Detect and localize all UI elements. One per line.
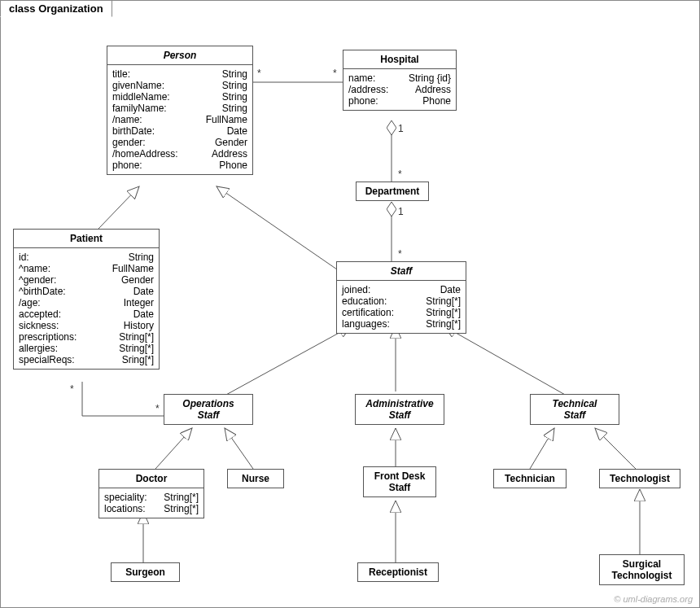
class-surgical-technologist-title: SurgicalTechnologist — [600, 555, 684, 584]
svg-line-8 — [155, 428, 192, 469]
class-technical-staff: TechnicalStaff — [530, 394, 619, 425]
class-technologist: Technologist — [599, 469, 680, 488]
class-department-title: Department — [357, 182, 428, 200]
class-person-title: Person — [107, 46, 252, 65]
attribute-row: languages:String[*] — [342, 318, 461, 330]
attribute-row: familyName:String — [112, 103, 247, 114]
class-doctor-body: speciality:String[*]locations:String[*] — [99, 488, 203, 518]
diagram-frame: class Organization — [0, 0, 700, 608]
attribute-row: sickness:History — [19, 320, 154, 331]
class-frontdesk-staff: Front DeskStaff — [363, 466, 436, 497]
frame-title-tab: class Organization — [0, 0, 112, 17]
class-receptionist-title: Receptionist — [358, 563, 438, 581]
mult-person-hospital-right: * — [333, 68, 337, 79]
class-surgeon-title: Surgeon — [112, 563, 179, 581]
attribute-row: phone:Phone — [112, 160, 247, 171]
class-person: Person title:StringgivenName:Stringmiddl… — [107, 46, 253, 175]
class-department: Department — [356, 182, 429, 201]
attribute-row: specialReqs:Sring[*] — [19, 354, 154, 365]
class-nurse-title: Nurse — [228, 470, 283, 488]
svg-line-3 — [98, 186, 139, 229]
attribute-row: prescriptions:String[*] — [19, 331, 154, 343]
class-operations-staff-title: OperationsStaff — [164, 395, 252, 424]
attribute-row: locations:String[*] — [104, 503, 199, 514]
class-surgical-technologist: SurgicalTechnologist — [599, 554, 685, 585]
class-staff-title: Staff — [337, 262, 466, 281]
mult-hosp-dept-star: * — [398, 168, 402, 180]
attribute-row: allergies:String[*] — [19, 343, 154, 354]
attribute-row: accepted:Date — [19, 308, 154, 320]
copyright-text: © uml-diagrams.org — [614, 594, 693, 604]
mult-hosp-dept-1: 1 — [398, 123, 404, 134]
class-technical-staff-title: TechnicalStaff — [531, 395, 619, 424]
attribute-row: education:String[*] — [342, 295, 461, 307]
class-person-body: title:StringgivenName:StringmiddleName:S… — [107, 65, 252, 174]
svg-line-5 — [225, 326, 351, 396]
attribute-row: ^birthDate:Date — [19, 286, 154, 297]
attribute-row: phone:Phone — [348, 95, 451, 107]
attribute-row: speciality:String[*] — [104, 492, 199, 503]
svg-line-12 — [595, 428, 636, 469]
class-admin-staff-title: AdministrativeStaff — [356, 395, 444, 424]
mult-person-hospital-left: * — [257, 68, 261, 79]
svg-line-7 — [444, 326, 567, 396]
class-staff: Staff joined:Dateeducation:String[*]cert… — [336, 261, 466, 334]
attribute-row: /age:Integer — [19, 297, 154, 308]
attribute-row: /name:FullName — [112, 114, 247, 125]
class-nurse: Nurse — [227, 469, 284, 488]
svg-line-11 — [530, 428, 554, 469]
class-doctor-title: Doctor — [99, 470, 203, 488]
attribute-row: birthDate:Date — [112, 125, 247, 137]
attribute-row: id:String — [19, 252, 154, 263]
class-operations-staff: OperationsStaff — [164, 394, 253, 425]
mult-patient-ops-right: * — [155, 403, 160, 414]
class-patient-body: id:String^name:FullName^gender:Gender^bi… — [14, 248, 159, 369]
attribute-row: givenName:String — [112, 80, 247, 91]
attribute-row: middleName:String — [112, 91, 247, 103]
attribute-row: ^name:FullName — [19, 263, 154, 274]
attribute-row: ^gender:Gender — [19, 274, 154, 286]
class-patient-title: Patient — [14, 230, 159, 248]
class-hospital-body: name:String {id}/address:Addressphone:Ph… — [343, 69, 456, 110]
class-staff-body: joined:Dateeducation:String[*]certificat… — [337, 281, 466, 333]
class-hospital: Hospital name:String {id}/address:Addres… — [343, 50, 457, 111]
attribute-row: name:String {id} — [348, 72, 451, 84]
class-receptionist: Receptionist — [357, 562, 439, 582]
mult-dept-staff-star: * — [398, 248, 402, 260]
attribute-row: title:String — [112, 68, 247, 80]
frame-title: class Organization — [9, 2, 103, 15]
class-admin-staff: AdministrativeStaff — [355, 394, 444, 425]
class-technician: Technician — [493, 469, 567, 488]
class-frontdesk-staff-title: Front DeskStaff — [364, 467, 435, 496]
mult-dept-staff-1: 1 — [398, 206, 404, 217]
class-doctor: Doctor speciality:String[*]locations:Str… — [98, 469, 204, 518]
svg-line-4 — [217, 186, 337, 269]
class-patient: Patient id:String^name:FullName^gender:G… — [13, 229, 160, 370]
mult-patient-ops-left: * — [70, 383, 74, 395]
attribute-row: /homeAddress:Address — [112, 148, 247, 160]
class-surgeon: Surgeon — [111, 562, 180, 582]
class-technician-title: Technician — [494, 470, 566, 488]
class-hospital-title: Hospital — [343, 50, 456, 69]
attribute-row: gender:Gender — [112, 137, 247, 148]
attribute-row: joined:Date — [342, 284, 461, 295]
svg-line-9 — [225, 428, 253, 469]
attribute-row: /address:Address — [348, 84, 451, 95]
class-technologist-title: Technologist — [600, 470, 680, 488]
attribute-row: certification:String[*] — [342, 307, 461, 318]
